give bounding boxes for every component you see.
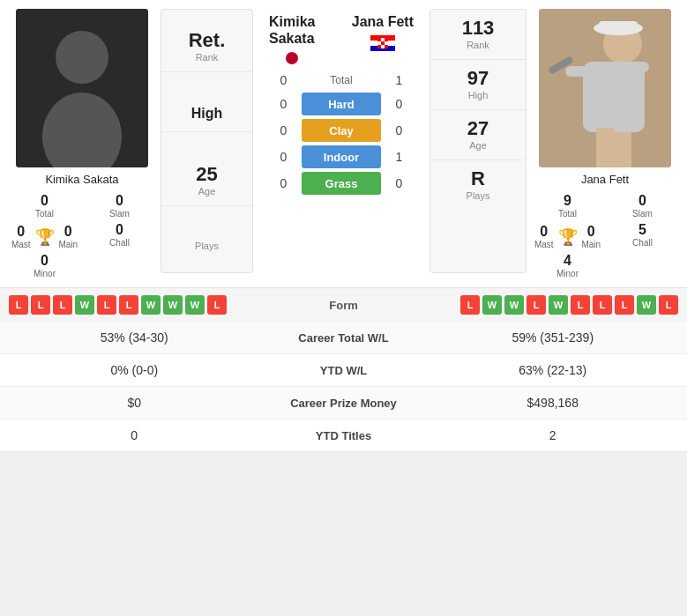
left-chall-value: 0 [116,222,123,238]
right-total-stat: 9 Total [530,193,605,219]
left-total-stat: 0 Total [7,193,82,219]
left-main-stat: 0 Main [55,224,83,249]
right-mast-label: Mast [534,240,554,249]
left-high-value: High [191,107,223,121]
left-mast-label: Mast [11,240,31,249]
svg-rect-9 [381,41,385,45]
right-plays-value: R [471,169,485,189]
right-player-photo [539,9,671,167]
left-slam-value: 0 [116,193,123,209]
right-age-value: 27 [467,119,489,138]
left-trophy-row: 0 Mast 🏆 0 Main [7,224,82,249]
form-badge-3: L [526,295,546,315]
left-slam-stat: 0 Slam [82,193,157,219]
left-high-cell: High [161,96,252,132]
right-high-cell: 97 High [430,60,526,110]
right-header: Jana Fett [352,13,414,51]
right-player-image [539,9,671,167]
right-player-name: Jana Fett [581,173,629,186]
surface-right-score-1: 0 [388,123,410,137]
left-mast-value: 0 [17,224,25,240]
left-rank-label: Rank [196,52,219,63]
svg-point-1 [56,31,108,84]
left-player-photo [16,9,148,167]
right-trophy-icon: 🏆 [558,227,578,247]
surface-row-grass: 0 Grass 0 [260,172,422,195]
left-age-cell: 25 Age [161,156,252,206]
svg-rect-10 [377,45,381,48]
right-total-value: 9 [564,193,571,209]
left-plays-cell: Plays [161,230,252,260]
stats-left-val-3: 0 [13,428,256,442]
left-minor-stat: 0 Minor [7,253,82,278]
left-rank-value: Ret. [189,31,226,50]
svg-rect-15 [565,66,592,77]
right-main-stat: 0 Main [578,224,606,249]
left-slam-label: Slam [109,209,130,219]
left-total-value: 0 [41,193,49,209]
surface-left-score-1: 0 [273,123,295,137]
right-stats-panel: 113 Rank 97 High 27 Age R Plays [429,9,526,273]
surface-badge-1: Clay [302,119,381,142]
right-slam-value: 0 [638,193,646,209]
stats-center-label-1: YTD W/L [256,364,432,377]
surface-right-score-2: 1 [388,150,410,164]
total-right-score: 1 [388,73,410,87]
croatia-flag-icon [370,35,395,51]
left-age-label: Age [198,186,216,197]
right-rank-label: Rank [467,40,489,50]
left-chall-label: Chall [109,238,130,248]
surface-left-score-3: 0 [273,176,295,190]
stats-row: 53% (34-30) Career Total W/L 59% (351-23… [0,322,687,354]
stats-left-val-1: 0% (0-0) [13,363,256,377]
form-badge-1: L [31,295,50,315]
left-header: KimikaSakata [269,13,315,64]
form-badge-8: W [637,295,656,315]
form-badge-1: W [482,295,502,315]
svg-rect-18 [614,132,631,167]
right-chall-label: Chall [632,238,653,248]
form-badge-5: L [571,295,590,315]
surface-row-hard: 0 Hard 0 [260,93,422,115]
stats-right-val-0: 59% (351-239) [432,330,675,345]
right-chall-value: 5 [638,222,646,238]
stats-row: 0 YTD Titles 2 [0,419,687,452]
surface-row-indoor: 0 Indoor 1 [260,145,422,168]
right-trophy-row: 0 Mast 🏆 0 Main [530,224,605,249]
stats-row: $0 Career Prize Money $498,168 [0,387,687,419]
right-rank-value: 113 [462,19,495,38]
left-player-name: Kimika Sakata [45,173,118,186]
stats-left-val-0: 53% (34-30) [13,330,256,345]
svg-rect-16 [618,62,649,72]
surface-left-score-2: 0 [273,150,295,164]
stats-center-label-0: Career Total W/L [256,331,432,345]
stats-right-val-2: $498,168 [432,396,675,410]
form-badge-0: L [460,295,480,315]
form-badge-7: W [163,295,183,315]
surface-right-score-3: 0 [388,176,410,190]
right-player-stats: 9 Total 0 Slam 0 Mast 🏆 0 Main [530,193,680,278]
right-main-label: Main [581,240,601,249]
left-main-label: Main [58,240,78,249]
japan-flag-icon [286,52,298,64]
stats-center-label-3: YTD Titles [256,429,432,442]
right-mast-value: 0 [540,224,548,240]
stats-left-val-2: $0 [13,396,256,410]
left-age-value: 25 [196,165,217,184]
right-total-label: Total [558,209,577,219]
form-badge-7: L [615,295,634,315]
surface-left-score-0: 0 [273,97,295,111]
left-plays-label: Plays [195,241,219,251]
stats-right-val-3: 2 [432,428,675,442]
right-slam-stat: 0 Slam [605,193,680,219]
form-badge-2: W [504,295,524,315]
left-stats-panel: Ret. Rank High 25 Age Plays [161,9,253,273]
svg-rect-21 [599,21,638,32]
form-badge-4: W [549,295,568,315]
main-container: Kimika Sakata 0 Total 0 Slam 0 Mast 🏆 [0,0,687,452]
svg-rect-11 [385,45,388,48]
form-section: LLLWLLWWWL Form LWWLWLLLWL [0,287,687,322]
svg-rect-7 [377,38,381,41]
right-mast-stat: 0 Mast [530,224,558,249]
left-total-label: Total [35,209,54,219]
